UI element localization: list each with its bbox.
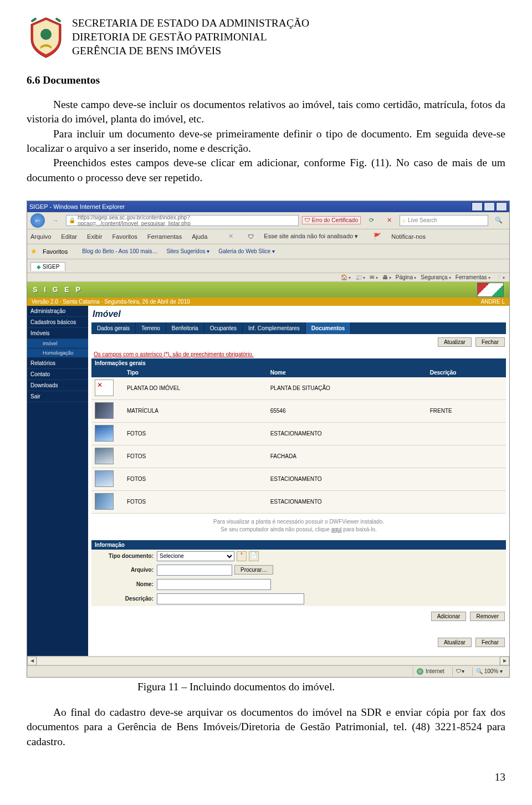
adicionar-button[interactable]: Adicionar xyxy=(431,612,467,621)
figure-11: SIGEP - Windows Internet Explorer ← → 🔒 … xyxy=(27,201,505,693)
label-nome: Nome: xyxy=(95,581,157,587)
letterhead-line1: SECRETARIA DE ESTADO DA ADMINISTRAÇÃO xyxy=(72,17,309,30)
pagina-menu[interactable]: Página xyxy=(396,274,416,280)
menu-arquivo[interactable]: Arquivo xyxy=(30,233,51,240)
documents-table: Tipo Nome Descrição PLANTA DO IMÓVEL PLA… xyxy=(91,368,506,514)
sidebar-item-relatorios[interactable]: Relatórios xyxy=(27,358,88,369)
table-row[interactable]: FOTOS FACHADA xyxy=(91,445,506,468)
sidebar-item-sair[interactable]: Sair xyxy=(27,391,88,402)
tipo-documento-select[interactable]: Selecione xyxy=(157,551,234,561)
menu-favoritos[interactable]: Favoritos xyxy=(112,233,137,240)
procurar-button[interactable]: Procurar… xyxy=(234,565,273,575)
tab-title: SIGEP xyxy=(43,264,60,270)
menu-editar[interactable]: Editar xyxy=(61,233,77,240)
refresh-button[interactable]: ⟳ xyxy=(364,214,378,227)
search-box[interactable]: ⌕ Live Search xyxy=(400,215,488,226)
sidebar-sub-imovel[interactable]: Imóvel xyxy=(27,339,88,348)
help-icon[interactable]: 📄 xyxy=(249,551,259,561)
record-tabs: Dados gerais Terreno Benfeitoria Ocupant… xyxy=(91,322,506,334)
nome-input[interactable] xyxy=(157,579,271,590)
sidebar-item-contato[interactable]: Contato xyxy=(27,369,88,380)
scroll-track[interactable] xyxy=(37,657,500,665)
seguranca-menu[interactable]: Segurança xyxy=(421,274,451,280)
menu-ferramentas[interactable]: Ferramentas xyxy=(147,233,182,240)
cell-desc xyxy=(427,490,506,513)
scroll-left-button[interactable]: ◀ xyxy=(27,657,37,665)
search-go-button[interactable]: 🔍 xyxy=(492,214,506,227)
fechar-button-bottom[interactable]: Fechar xyxy=(475,638,505,647)
tab-favicon: ◆ xyxy=(37,264,41,270)
atualizar-button-top[interactable]: Atualizar xyxy=(438,337,472,347)
col-nome: Nome xyxy=(267,368,427,377)
section-informacoes-gerais: Informações gerais xyxy=(91,358,506,368)
back-button[interactable]: ← xyxy=(30,213,45,228)
sidebar: Administração Cadastros básicos Imóveis … xyxy=(27,306,88,656)
favlink-1[interactable]: Blog do Beto - Aos 100 mais… xyxy=(82,248,157,254)
tab-documentos[interactable]: Documentos xyxy=(306,322,351,334)
print-menu[interactable]: 🖶 xyxy=(382,274,391,280)
sidebar-item-imoveis[interactable]: Imóveis xyxy=(27,328,88,339)
menu-exibir[interactable]: Exibir xyxy=(87,233,103,240)
minimize-button[interactable] xyxy=(472,202,483,211)
scroll-right-button[interactable]: ▶ xyxy=(500,657,509,665)
tab-benfeitoria[interactable]: Benfeitoria xyxy=(166,322,204,334)
horizontal-scrollbar[interactable]: ◀ ▶ xyxy=(27,656,509,665)
browser-tab[interactable]: ◆ SIGEP xyxy=(30,262,65,271)
col-tipo: Tipo xyxy=(124,368,267,377)
sidebar-item-administracao[interactable]: Administração xyxy=(27,306,88,317)
doc-thumb-icon xyxy=(95,448,114,464)
certificate-error-button[interactable]: 🛡 Erro do Certificado xyxy=(302,216,361,224)
paragraph-2a: Para incluir um documento deve-se primei… xyxy=(27,127,505,156)
favorites-star-icon[interactable]: ★ xyxy=(30,247,37,255)
favorites-label[interactable]: Favoritos xyxy=(43,248,68,255)
atualizar-button-bottom[interactable]: Atualizar xyxy=(438,638,472,647)
label-arquivo: Arquivo: xyxy=(95,567,157,573)
col-descricao: Descrição xyxy=(427,368,506,377)
mail-menu[interactable]: ✉ xyxy=(370,274,377,280)
address-bar[interactable]: 🔒 https://sigep.sea.sc.gov.br/content/in… xyxy=(66,215,299,226)
smartscreen-icon: 🛡 xyxy=(248,233,254,240)
tab-ocupantes[interactable]: Ocupantes xyxy=(204,322,243,334)
cell-tipo: MATRÍCULA xyxy=(124,399,267,422)
required-fields-note: Os campos com o asterisco (*), são de pr… xyxy=(91,350,506,358)
version-bar: Versão 2.0 · Santa Catarina · Segunda-fe… xyxy=(27,298,509,306)
tab-dados-gerais[interactable]: Dados gerais xyxy=(91,322,136,334)
table-row[interactable]: FOTOS ESTACIONAMENTO xyxy=(91,490,506,513)
home-menu[interactable]: 🏠 xyxy=(341,274,351,280)
sidebar-item-downloads[interactable]: Downloads xyxy=(27,380,88,391)
ferramentas-menu[interactable]: Ferramentas xyxy=(456,274,490,280)
descricao-input[interactable] xyxy=(157,593,304,604)
rss-menu[interactable]: 📰 xyxy=(355,274,365,280)
tab-inf-complementares[interactable]: Inf. Complementares xyxy=(243,322,306,334)
menu-ajuda[interactable]: Ajuda xyxy=(192,233,207,240)
arquivo-input[interactable] xyxy=(157,565,232,576)
viewer-download-link[interactable]: aqui xyxy=(331,526,342,532)
fechar-button-top[interactable]: Fechar xyxy=(475,337,505,347)
table-row[interactable]: MATRÍCULA 65546 FRENTE xyxy=(91,399,506,422)
forward-button[interactable]: → xyxy=(48,214,63,227)
sidebar-sub-homologacao[interactable]: Homologação xyxy=(27,348,88,358)
figure-caption: Figura 11 – Incluindo documentos do imóv… xyxy=(137,681,505,693)
label-descricao: Descrição: xyxy=(95,596,157,602)
maximize-button[interactable] xyxy=(484,202,495,211)
notify-link[interactable]: Notificar-nos xyxy=(391,233,426,240)
certificate-error-label: Erro do Certificado xyxy=(312,217,358,223)
state-crest-icon xyxy=(27,17,65,59)
zoom-label[interactable]: 🔍 100% ▾ xyxy=(476,668,503,674)
smartscreen-infobar[interactable]: Esse site ainda não foi analisado ▾ xyxy=(264,233,358,240)
menu-close-icon[interactable]: ✕ xyxy=(228,233,233,240)
close-button[interactable] xyxy=(496,202,507,211)
table-row[interactable]: FOTOS ESTACIONAMENTO xyxy=(91,468,506,490)
favlink-2[interactable]: Sites Sugeridos ▾ xyxy=(166,248,209,254)
sidebar-item-cadastros[interactable]: Cadastros básicos xyxy=(27,317,88,328)
tab-terreno[interactable]: Terreno xyxy=(136,322,166,334)
cell-desc xyxy=(427,377,506,400)
cell-desc xyxy=(427,468,506,490)
favlink-3[interactable]: Galeria do Web Slice ▾ xyxy=(218,248,275,254)
page-title: Imóvel xyxy=(93,309,506,319)
table-row[interactable]: FOTOS ESTACIONAMENTO xyxy=(91,422,506,445)
help-menu[interactable]: ❔ xyxy=(495,274,505,280)
table-row[interactable]: PLANTA DO IMÓVEL PLANTA DE SITUAÇÃO xyxy=(91,377,506,400)
remover-button[interactable]: Remover xyxy=(470,612,505,621)
stop-button[interactable]: ✕ xyxy=(382,214,396,227)
